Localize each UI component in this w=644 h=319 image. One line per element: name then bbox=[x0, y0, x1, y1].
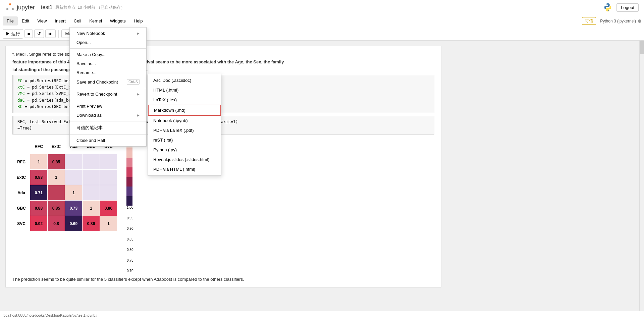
cell-ExtC-GBC bbox=[83, 170, 100, 185]
menu-kernel[interactable]: Kernel bbox=[85, 16, 106, 25]
colorbar-label-7: 0.70 bbox=[127, 269, 133, 273]
col-ExtC: ExtC bbox=[48, 139, 65, 154]
row-label-GBC: GBC bbox=[13, 201, 30, 216]
scrollbar-thumb[interactable] bbox=[640, 41, 644, 54]
cell-SVC-Ada: 0.69 bbox=[65, 216, 83, 231]
run-button[interactable]: ▶ 运行 bbox=[3, 29, 23, 39]
download-submenu: AsciiDoc (.asciidoc) HTML (.html) LaTeX … bbox=[148, 74, 221, 176]
download-asciidoc[interactable]: AsciiDoc (.asciidoc) bbox=[148, 75, 221, 85]
restart-button[interactable]: ↺ bbox=[34, 30, 44, 38]
run-icon: ▶ bbox=[6, 31, 10, 36]
cell-RFC-SVC bbox=[100, 154, 117, 170]
menu-close-halt[interactable]: Close and Halt bbox=[70, 136, 146, 145]
menu-trusted-notebook[interactable]: 可信的笔记本 bbox=[70, 123, 146, 133]
topbar-right: Logout bbox=[603, 3, 639, 12]
svg-point-0 bbox=[9, 3, 11, 5]
download-pdf-html[interactable]: PDF via HTML (.html) bbox=[148, 164, 221, 174]
colorbar-label-5: 0.80 bbox=[127, 248, 133, 252]
cell-Ada-ExtC bbox=[48, 185, 65, 201]
separator-3 bbox=[70, 100, 146, 100]
heatmap-row-SVC: SVC 0.92 0.8 0.69 0.86 1 bbox=[13, 216, 117, 231]
bottom-text: The prediction seems to be quite similar… bbox=[12, 277, 434, 282]
checkpoint-info: 最新检查点: 10 小时前 bbox=[55, 5, 95, 10]
heatmap-row-ExtC: ExtC 0.83 1 bbox=[13, 170, 117, 185]
cell-GBC-RFC: 0.88 bbox=[30, 201, 48, 216]
svg-point-1 bbox=[12, 8, 14, 10]
heatmap-table: RFC ExtC Ada GBC SVC RFC 1 0.85 bbox=[12, 139, 117, 231]
menu-download-as[interactable]: Download as bbox=[70, 111, 146, 120]
cell-RFC-RFC: 1 bbox=[30, 154, 48, 170]
colorbar-label-1: 1.00 bbox=[127, 206, 133, 209]
download-notebook[interactable]: Notebook (.ipynb) bbox=[148, 116, 221, 125]
row-label-ExtC: ExtC bbox=[13, 170, 30, 185]
jupyter-logo: jupyter bbox=[5, 3, 35, 12]
cell-SVC-RFC: 0.92 bbox=[30, 216, 48, 231]
cell-RFC-ExtC: 0.85 bbox=[48, 154, 65, 170]
colorbar-segment-4 bbox=[126, 167, 132, 177]
heatmap-wrapper: RFC ExtC Ada GBC SVC RFC 1 0.85 bbox=[12, 139, 434, 273]
cell-ExtC-ExtC: 1 bbox=[48, 170, 65, 185]
cell-GBC-ExtC: 0.85 bbox=[48, 201, 65, 216]
logout-button[interactable]: Logout bbox=[616, 3, 639, 12]
download-html[interactable]: HTML (.html) bbox=[148, 85, 221, 95]
menu-insert[interactable]: Insert bbox=[51, 16, 70, 25]
download-rest[interactable]: reST (.rst) bbox=[148, 135, 221, 145]
cell-Ada-SVC bbox=[100, 185, 117, 201]
separator-2 bbox=[70, 88, 146, 88]
download-revealjs[interactable]: Reveal.js slides (.slides.html) bbox=[148, 155, 221, 164]
download-python[interactable]: Python (.py) bbox=[148, 145, 221, 155]
col-RFC: RFC bbox=[30, 139, 48, 154]
cell-ExtC-Ada bbox=[65, 170, 83, 185]
notebook-title: test1 bbox=[41, 4, 53, 10]
autosave-info: （已自动保存） bbox=[97, 5, 125, 10]
menu-new-notebook[interactable]: New Notebook bbox=[70, 29, 146, 38]
save-checkpoint-shortcut: Ctrl-S bbox=[127, 79, 140, 85]
cell-ExtC-RFC: 0.83 bbox=[30, 170, 48, 185]
menu-widgets[interactable]: Widgets bbox=[106, 16, 130, 25]
colorbar-segment-7 bbox=[126, 196, 132, 206]
download-markdown[interactable]: Markdown (.md) bbox=[148, 105, 221, 116]
cell-SVC-GBC: 0.86 bbox=[83, 216, 100, 231]
menu-print-preview[interactable]: Print Preview bbox=[70, 102, 146, 111]
cell-GBC-SVC: 0.86 bbox=[100, 201, 117, 216]
stop-button[interactable]: ■ bbox=[24, 30, 33, 38]
heatmap-row-RFC: RFC 1 0.85 bbox=[13, 154, 117, 170]
menu-rename[interactable]: Rename... bbox=[70, 68, 146, 77]
separator-1 bbox=[70, 48, 146, 49]
menu-revert-checkpoint[interactable]: Revert to Checkpoint bbox=[70, 90, 146, 99]
trusted-badge: 可信 bbox=[582, 17, 596, 25]
menu-save-as[interactable]: Save as... bbox=[70, 59, 146, 68]
menu-file[interactable]: File bbox=[3, 16, 18, 25]
cell-Ada-Ada: 1 bbox=[65, 185, 83, 201]
kernel-status-dot bbox=[638, 19, 641, 23]
scrollbar-right[interactable] bbox=[639, 41, 644, 311]
menu-edit[interactable]: Edit bbox=[18, 16, 33, 25]
kernel-name: Python 3 (ipykernel) bbox=[600, 19, 636, 23]
colorbar: 1.00 0.95 0.90 0.85 0.80 0.75 0.70 bbox=[125, 139, 133, 273]
download-pdf-latex[interactable]: PDF via LaTeX (.pdf) bbox=[148, 125, 221, 135]
save-checkpoint-label: Save and Checkpoint bbox=[76, 79, 118, 85]
menu-cell[interactable]: Cell bbox=[70, 16, 85, 25]
menu-save-checkpoint[interactable]: Save and Checkpoint Ctrl-S bbox=[70, 77, 146, 87]
heatmap-corner bbox=[13, 139, 30, 154]
cell-GBC-GBC: 1 bbox=[83, 201, 100, 216]
cell-ExtC-SVC bbox=[100, 170, 117, 185]
cell-SVC-ExtC: 0.8 bbox=[48, 216, 65, 231]
cell-GBC-Ada: 0.73 bbox=[65, 201, 83, 216]
menu-open[interactable]: Open... bbox=[70, 38, 146, 47]
download-latex[interactable]: LaTeX (.tex) bbox=[148, 95, 221, 105]
menu-help[interactable]: Help bbox=[130, 16, 147, 25]
separator-5 bbox=[70, 134, 146, 135]
skip-button[interactable]: ⏭ bbox=[45, 30, 56, 38]
kernel-info: Python 3 (ipykernel) bbox=[600, 19, 641, 23]
svg-point-3 bbox=[607, 4, 607, 5]
colorbar-label-4: 0.85 bbox=[127, 237, 133, 241]
svg-point-2 bbox=[6, 8, 8, 10]
heatmap-row-Ada: Ada 0.71 1 bbox=[13, 185, 117, 201]
row-label-Ada: Ada bbox=[13, 185, 30, 201]
menu-view[interactable]: View bbox=[33, 16, 51, 25]
cell-Ada-RFC: 0.71 bbox=[30, 185, 48, 201]
menubar: File Edit View Insert Cell Kernel Widget… bbox=[0, 15, 644, 27]
menu-make-copy[interactable]: Make a Copy... bbox=[70, 50, 146, 59]
row-label-SVC: SVC bbox=[13, 216, 30, 231]
